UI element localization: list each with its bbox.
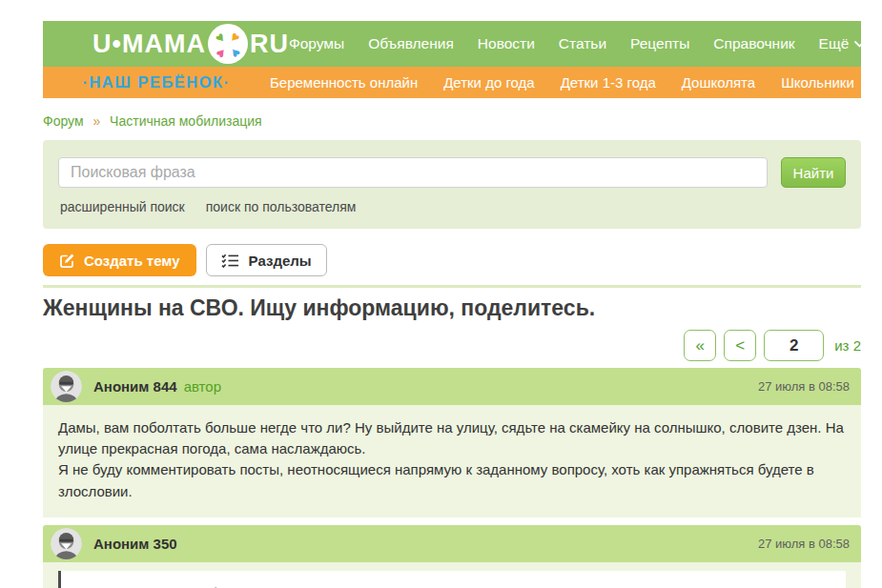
site-logo-text-left: U•MAMA [92,30,206,59]
post-date: 27 июля в 08:58 [758,379,850,394]
post: Аноним 350 27 июля в 08:58 Стервочка*: Т… [43,525,861,588]
quote-block: Стервочка*: Таких берут, в принципе, но … [58,571,846,588]
nav-more-label: Ещё [819,35,850,52]
post-body: Стервочка*: Таких берут, в принципе, но … [43,562,861,588]
section-divider [43,285,861,288]
subnav-item-babies[interactable]: Детки до года [443,74,535,91]
advanced-search-link[interactable]: расширенный поиск [60,199,185,214]
main-header-bar: U•MAMA ♥ ♥ ♥ ♥ RU Форумы Объявления Ново… [43,21,861,67]
nav-item-ads[interactable]: Объявления [368,35,454,52]
post-header: Аноним 844 автор 27 июля в 08:58 [43,368,861,405]
subnav-item-school[interactable]: Школьники [781,74,854,91]
avatar[interactable] [51,371,82,402]
pagination-current-page[interactable]: 2 [764,330,824,361]
checklist-icon [221,253,239,268]
breadcrumb-forum-link[interactable]: Форум [43,113,84,129]
pagination-total-label: из 2 [834,337,861,354]
avatar[interactable] [51,528,82,559]
create-topic-label: Создать тему [84,253,180,269]
post-date: 27 июля в 08:58 [758,537,850,551]
page-title: Женщины на СВО. Ищу информацию, поделите… [43,295,861,321]
topic-toolbar: Создать тему Разделы [43,244,861,276]
sections-label: Разделы [249,253,312,269]
main-nav: Форумы Объявления Новости Статьи Рецепты… [289,35,882,52]
pencil-square-icon [59,253,75,269]
post-author-name[interactable]: Аноним 844 [93,378,177,395]
breadcrumb-separator: » [92,113,100,129]
subnav-item-preschool[interactable]: Дошколята [682,74,755,91]
search-button[interactable]: Найти [781,157,846,188]
anonymous-avatar-icon [51,371,82,402]
nav-item-news[interactable]: Новости [478,35,535,52]
nav-item-directory[interactable]: Справочник [713,35,794,52]
anonymous-avatar-icon [51,528,82,559]
site-logo-text-right: RU [250,30,289,59]
site-logo[interactable]: U•MAMA ♥ ♥ ♥ ♥ RU [43,24,289,64]
post-header: Аноним 350 27 июля в 08:58 [43,525,861,562]
create-topic-button[interactable]: Создать тему [43,244,196,276]
nav-item-forums[interactable]: Форумы [289,35,344,52]
chevron-down-icon [854,41,865,48]
user-search-link[interactable]: поиск по пользователям [206,199,357,214]
subnav-item-pregnancy[interactable]: Беременность онлайн [270,74,418,91]
nav-item-more[interactable]: Ещё [819,35,866,52]
page-container: U•MAMA ♥ ♥ ♥ ♥ RU Форумы Объявления Ново… [43,21,861,588]
sub-brand-logo[interactable]: ·НАШ РЕБЁНОК· [43,73,270,91]
post-author-badge: автор [184,378,221,395]
sub-nav: Беременность онлайн Детки до года Детки … [270,74,861,91]
post-body: Дамы, вам поболтать больше негде что ли?… [43,405,861,517]
search-row: Найти [58,157,846,188]
sub-header-bar: ·НАШ РЕБЁНОК· Беременность онлайн Детки … [43,67,861,98]
nav-item-articles[interactable]: Статьи [559,35,606,52]
post-author-name[interactable]: Аноним 350 [93,536,177,552]
post-paragraph: Дамы, вам поболтать больше негде что ли?… [58,417,846,459]
search-links: расширенный поиск поиск по пользователям [58,199,846,214]
pagination-first-button[interactable]: « [684,330,716,361]
nav-item-recipes[interactable]: Рецепты [630,35,689,52]
sections-button[interactable]: Разделы [206,244,327,276]
post-paragraph: Я не буду комментировать посты, неотнося… [58,459,846,501]
search-panel: Найти расширенный поиск поиск по пользов… [43,140,861,229]
logo-flower-icon: ♥ ♥ ♥ ♥ [208,24,248,64]
breadcrumb-current-link[interactable]: Частичная мобилизация [110,113,262,129]
subnav-item-toddlers[interactable]: Детки 1-3 года [561,74,656,91]
pagination-prev-button[interactable]: < [724,330,756,361]
post: Аноним 844 автор 27 июля в 08:58 Дамы, в… [43,368,861,517]
search-input[interactable] [58,157,768,188]
breadcrumb: Форум » Частичная мобилизация [43,113,861,129]
pagination: « < 2 из 2 [43,330,861,361]
